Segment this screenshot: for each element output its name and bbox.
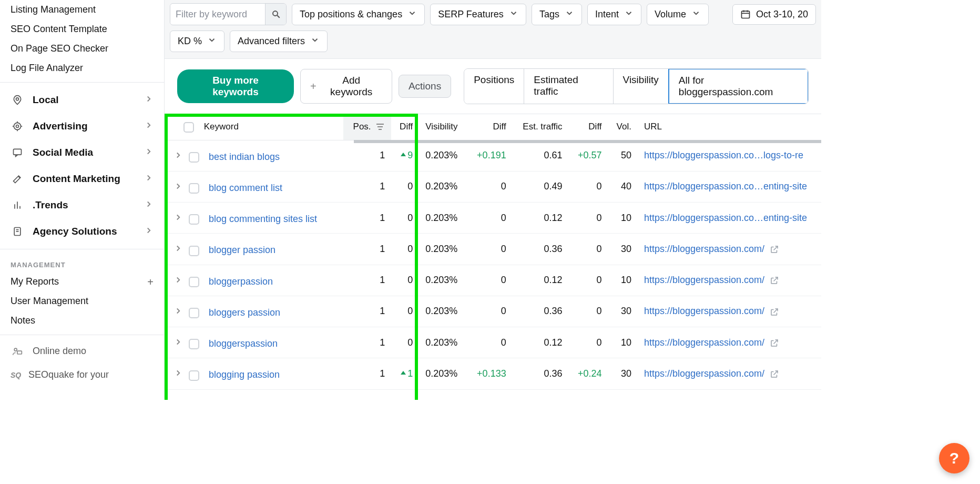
filter-kd[interactable]: KD % (170, 31, 224, 52)
calendar-icon (740, 9, 751, 19)
url-link[interactable]: https://bloggerspassion.com/ (644, 275, 764, 285)
filter-volume[interactable]: Volume (647, 4, 709, 25)
filter-bar-row2: KD % Advanced filters (165, 31, 821, 58)
sidebar-cat-social-media[interactable]: Social Media (0, 139, 164, 166)
col-tdiff[interactable]: Diff (569, 114, 608, 140)
external-link-icon[interactable] (770, 276, 779, 285)
chevron-down-icon (565, 8, 574, 21)
filter-label: SERP Features (438, 9, 504, 20)
sidebar-item-user-management[interactable]: User Management (0, 291, 164, 311)
svg-rect-24 (379, 129, 382, 130)
row-checkbox[interactable] (189, 339, 199, 349)
url-link[interactable]: https://bloggerspassion.com/ (644, 337, 764, 348)
expand-row-button[interactable] (172, 336, 185, 348)
keyword-link[interactable]: blogging passion (209, 369, 280, 380)
keyword-link[interactable]: bloggerpassion (209, 276, 273, 287)
horizontal-scrollbar[interactable] (354, 140, 821, 143)
cell-vol: 50 (608, 140, 638, 171)
expand-row-button[interactable] (172, 367, 185, 379)
sidebar-item-listing-management[interactable]: Listing Management (0, 0, 164, 19)
col-diff[interactable]: Diff (391, 114, 419, 140)
sidebar-item-online-demo[interactable]: Online demo (0, 339, 164, 363)
row-checkbox[interactable] (189, 277, 199, 287)
keyword-link[interactable]: blog commenting sites list (209, 214, 317, 224)
sidebar-item-log-file-analyzer[interactable]: Log File Analyzer (0, 58, 164, 78)
expand-row-button[interactable] (172, 242, 185, 255)
sidebar-item-seoquake[interactable]: SQ SEOquake for your (0, 363, 164, 387)
keyword-link[interactable]: blog comment list (209, 183, 282, 193)
expand-row-button[interactable] (172, 305, 185, 317)
actions-button[interactable]: Actions (399, 75, 451, 98)
url-link[interactable]: https://bloggerspassion.co…enting-site (644, 213, 807, 223)
cell-diff: 0 (391, 389, 419, 400)
external-link-icon[interactable] (770, 307, 779, 317)
url-link[interactable]: https://bloggerspassion.com/ (644, 368, 764, 379)
filter-top-positions[interactable]: Top positions & changes (292, 4, 425, 25)
sidebar-cat-content-marketing[interactable]: Content Marketing (0, 166, 164, 192)
chevron-right-icon (144, 94, 154, 106)
sidebar-item-my-reports[interactable]: My Reports + (0, 272, 164, 291)
filter-serp-features[interactable]: SERP Features (430, 4, 526, 25)
url-link[interactable]: https://bloggerspassion.com/ (644, 306, 764, 316)
url-link[interactable]: https://bloggerspassion.com/ (644, 244, 764, 254)
sidebar-cat-trends[interactable]: .Trends (0, 192, 164, 218)
keyword-link[interactable]: bloggers passion (209, 307, 280, 318)
segment-visibility[interactable]: Visibility (614, 69, 669, 104)
expand-row-button[interactable] (172, 211, 185, 224)
plus-icon[interactable]: + (147, 277, 154, 287)
sidebar-item-notes[interactable]: Notes (0, 311, 164, 330)
sidebar-cat-advertising[interactable]: Advertising (0, 113, 164, 139)
segment-positions[interactable]: Positions (464, 69, 524, 104)
external-link-icon[interactable] (770, 338, 779, 348)
url-link[interactable]: https://bloggerspassion.co…logs-to-re (644, 150, 803, 160)
col-vol[interactable]: Vol. (608, 114, 638, 140)
segment-estimated-traffic[interactable]: Estimated traffic (524, 69, 613, 104)
cell-tdiff: 0 (569, 296, 608, 327)
chevron-down-icon (691, 8, 701, 21)
col-visibility[interactable]: Visibility (419, 114, 467, 140)
filter-advanced[interactable]: Advanced filters (230, 31, 328, 52)
keyword-link[interactable]: best indian blogs (209, 152, 280, 162)
row-checkbox[interactable] (189, 183, 199, 194)
url-link[interactable]: https://bloggerspassion.co…ent-bloggi (644, 399, 805, 400)
expand-row-button[interactable] (172, 274, 185, 286)
keyword-link[interactable]: bloggerspassion (209, 338, 278, 349)
keyword-filter-input[interactable] (170, 5, 265, 24)
sidebar-cat-agency-solutions[interactable]: Agency Solutions (0, 218, 164, 245)
buy-keywords-button[interactable]: Buy more keywords (177, 69, 294, 103)
table-row: event blogging100.203%00.85070https://bl… (165, 389, 821, 400)
cell-keyword: blogger passion (165, 234, 343, 265)
filter-intent[interactable]: Intent (587, 4, 641, 25)
sidebar-item-seo-content-template[interactable]: SEO Content Template (0, 19, 164, 39)
cell-pos: 1 (343, 171, 391, 202)
col-keyword[interactable]: Keyword (165, 114, 343, 140)
row-checkbox[interactable] (189, 152, 199, 163)
col-label: Keyword (204, 122, 239, 132)
expand-row-button[interactable] (172, 149, 185, 162)
col-traffic[interactable]: Est. traffic (513, 114, 569, 140)
segment-all-for-domain[interactable]: All for bloggerspassion.com (668, 68, 809, 104)
select-all-checkbox[interactable] (183, 122, 194, 133)
external-link-icon[interactable] (770, 245, 779, 254)
filter-label: Volume (655, 9, 686, 20)
col-url[interactable]: URL (638, 114, 821, 140)
expand-row-button[interactable] (172, 180, 185, 193)
col-pos[interactable]: Pos. (343, 114, 391, 140)
add-keywords-button[interactable]: + Add keywords (300, 69, 392, 104)
row-checkbox[interactable] (189, 308, 199, 318)
sidebar-item-on-page-seo-checker[interactable]: On Page SEO Checker (0, 39, 164, 58)
expand-row-button[interactable] (172, 398, 185, 400)
sidebar-cat-local[interactable]: Local (0, 87, 164, 113)
url-link[interactable]: https://bloggerspassion.co…enting-site (644, 181, 807, 191)
row-checkbox[interactable] (189, 370, 199, 381)
search-button[interactable] (265, 4, 286, 25)
external-link-icon[interactable] (770, 369, 779, 379)
cell-vol: 30 (608, 358, 638, 389)
row-checkbox[interactable] (189, 246, 199, 256)
keyword-link[interactable]: blogger passion (209, 245, 275, 255)
date-range-picker[interactable]: Oct 3-10, 20 (732, 4, 816, 25)
filter-tags[interactable]: Tags (532, 4, 582, 25)
row-checkbox[interactable] (189, 214, 199, 225)
col-vdiff[interactable]: Diff (467, 114, 513, 140)
table-row: bloggerpassion100.203%00.12010https://bl… (165, 265, 821, 296)
